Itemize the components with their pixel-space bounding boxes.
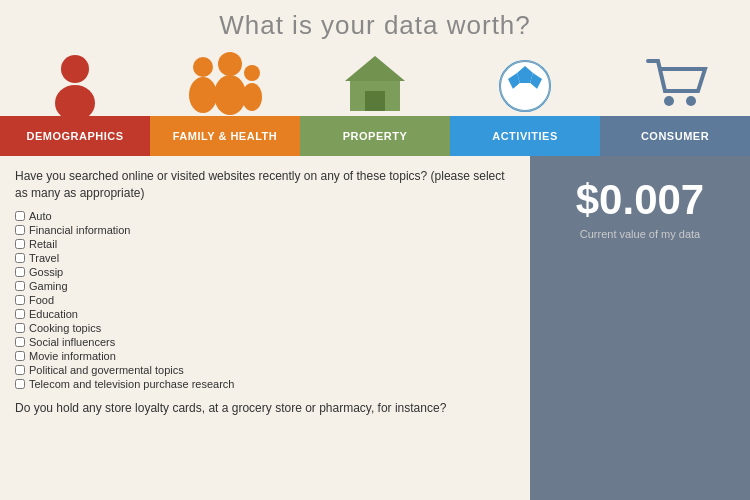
checkbox-item: Movie information [15,350,515,362]
checkbox-item: Retail [15,238,515,250]
checkbox-item: Travel [15,252,515,264]
svg-rect-9 [365,91,385,111]
checkbox-label: Social influencers [29,336,115,348]
checkbox-item: Social influencers [15,336,515,348]
header: What is your data worth? [0,0,750,46]
tab-property[interactable]: PROPERTY [300,116,450,156]
checkbox-list: AutoFinancial informationRetailTravelGos… [15,210,515,390]
checkbox-label: Gossip [29,266,63,278]
checkbox-label: Travel [29,252,59,264]
checkbox-2[interactable] [15,239,25,249]
checkbox-label: Telecom and television purchase research [29,378,234,390]
checkbox-5[interactable] [15,281,25,291]
checkbox-6[interactable] [15,295,25,305]
page-title: What is your data worth? [0,10,750,41]
checkbox-10[interactable] [15,351,25,361]
svg-marker-10 [345,56,405,81]
checkbox-label: Retail [29,238,57,250]
checkbox-7[interactable] [15,309,25,319]
checkbox-item: Food [15,294,515,306]
checkbox-1[interactable] [15,225,25,235]
checkbox-9[interactable] [15,337,25,347]
checkbox-3[interactable] [15,253,25,263]
checkbox-label: Education [29,308,78,320]
checkbox-label: Gaming [29,280,68,292]
nav-tabs: DEMOGRAPHICS FAMILY & HEALTH PROPERTY AC… [0,116,750,156]
checkbox-label: Financial information [29,224,131,236]
activities-icon [450,51,600,116]
checkbox-item: Financial information [15,224,515,236]
tab-family[interactable]: FAMILY & HEALTH [150,116,300,156]
svg-point-3 [189,77,217,113]
checkbox-item: Telecom and television purchase research [15,378,515,390]
tab-activities[interactable]: ACTIVITIES [450,116,600,156]
checkbox-label: Auto [29,210,52,222]
checkbox-4[interactable] [15,267,25,277]
data-value: $0.007 [576,176,704,224]
svg-point-1 [55,85,95,116]
svg-point-17 [664,96,674,106]
svg-point-4 [218,52,242,76]
tab-demographics[interactable]: DEMOGRAPHICS [0,116,150,156]
question1-text: Have you searched online or visited webs… [15,168,515,202]
checkbox-11[interactable] [15,365,25,375]
icons-row [0,46,750,116]
family-icon [150,51,300,116]
svg-point-5 [214,75,246,115]
checkbox-item: Auto [15,210,515,222]
question2-text: Do you hold any store loyalty cards, at … [15,400,515,417]
checkbox-label: Political and govermental topics [29,364,184,376]
svg-point-18 [686,96,696,106]
checkbox-label: Food [29,294,54,306]
checkbox-12[interactable] [15,379,25,389]
checkbox-item: Education [15,308,515,320]
checkbox-item: Gaming [15,280,515,292]
checkbox-label: Movie information [29,350,116,362]
checkbox-item: Political and govermental topics [15,364,515,376]
demographics-icon [0,51,150,116]
consumer-icon [600,51,750,116]
property-icon [300,51,450,116]
checkbox-label: Cooking topics [29,322,101,334]
tab-consumer[interactable]: CONSUMER [600,116,750,156]
svg-point-6 [244,65,260,81]
svg-point-0 [61,55,89,83]
main-content: Have you searched online or visited webs… [0,156,750,500]
data-label: Current value of my data [580,228,700,240]
checkbox-item: Cooking topics [15,322,515,334]
checkbox-item: Gossip [15,266,515,278]
right-panel: $0.007 Current value of my data [530,156,750,500]
checkbox-0[interactable] [15,211,25,221]
left-content: Have you searched online or visited webs… [0,156,530,500]
svg-point-7 [242,83,262,111]
svg-point-2 [193,57,213,77]
checkbox-8[interactable] [15,323,25,333]
